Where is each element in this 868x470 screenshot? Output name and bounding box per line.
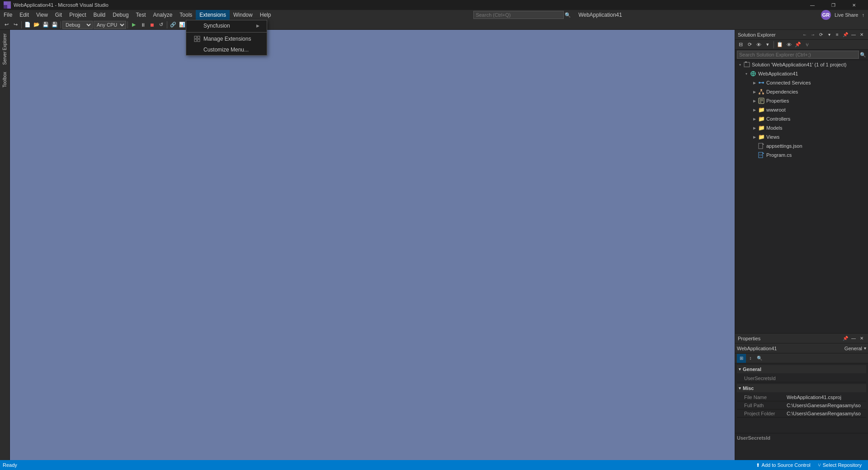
feedback-icon[interactable]: ↑ — [862, 12, 864, 18]
tree-item-solution[interactable]: ▾ Solution 'WebApplication41' (1 of 1 pr… — [735, 60, 868, 69]
menu-item-debug[interactable]: Debug — [109, 10, 132, 20]
properties-panel: Properties 📌 — ✕ WebApplication41 Genera… — [735, 334, 868, 460]
editor-area[interactable] — [10, 30, 735, 460]
save-all-button[interactable]: 💾 — [50, 20, 59, 29]
props-close-icon[interactable]: ✕ — [858, 335, 865, 342]
props-general-label: General — [743, 367, 761, 372]
properties-footer: UserSecretsId — [735, 433, 868, 460]
server-explorer-tab[interactable]: Server Explorer — [1, 30, 8, 68]
se-filter-btn[interactable]: ▾ — [763, 40, 772, 49]
tree-item-properties[interactable]: ▶ Properties — [735, 96, 868, 105]
svg-rect-0 — [4, 1, 7, 5]
select-repository-btn[interactable]: ⑂ Select Repository — [815, 460, 864, 470]
platform-select[interactable]: Any CPU — [94, 21, 126, 29]
menu-item-view[interactable]: View — [33, 10, 52, 20]
se-min-icon[interactable]: — — [850, 31, 857, 38]
props-key-filename: File Name — [737, 395, 787, 400]
menu-item-extensions[interactable]: Extensions — [196, 10, 230, 20]
se-forward-icon[interactable]: → — [809, 31, 816, 38]
props-row-filename[interactable]: File Name WebApplication41.csproj — [737, 393, 866, 401]
undo-button[interactable]: ↩ — [2, 20, 11, 29]
menu-search-input[interactable] — [473, 11, 564, 19]
toolbox-tab[interactable]: Toolbox — [1, 68, 8, 91]
menu-syncfusion[interactable]: Syncfusion ▶ — [186, 20, 267, 31]
new-file-button[interactable]: 📄 — [23, 20, 32, 29]
menu-item-git[interactable]: Git — [52, 10, 66, 20]
menu-customize-menu[interactable]: Customize Menu... — [186, 44, 267, 55]
save-button[interactable]: 💾 — [41, 20, 50, 29]
menu-manage-extensions[interactable]: Manage Extensions — [186, 33, 267, 44]
se-pendingchg-btn[interactable]: 📌 — [793, 40, 802, 49]
tree-item-project[interactable]: ▾ WebApplication41 — [735, 69, 868, 78]
props-general-header: ▾ General — [737, 365, 866, 373]
se-showall-btn[interactable]: 👁 — [754, 40, 763, 49]
se-search-input[interactable] — [737, 51, 859, 59]
props-pin-icon[interactable]: 📌 — [842, 335, 849, 342]
main-toolbar: ↩ ↪ 📄 📂 💾 💾 Debug Release Any CPU ▶ ⏸ ⏹ … — [0, 20, 868, 30]
tree-item-models[interactable]: ▶ 📁 Models — [735, 123, 868, 132]
views-icon: 📁 — [758, 133, 765, 141]
se-collapse-btn[interactable]: ⊟ — [736, 40, 745, 49]
menu-item-file[interactable]: File — [0, 10, 16, 20]
restart-button[interactable]: ↺ — [156, 20, 165, 29]
se-close-icon[interactable]: ✕ — [858, 31, 865, 38]
props-search-btn[interactable]: 🔍 — [755, 354, 764, 363]
properties-panel-header: Properties 📌 — ✕ — [735, 334, 868, 343]
close-button[interactable]: ✕ — [844, 0, 864, 10]
solution-arrow: ▾ — [737, 63, 743, 67]
profile-icon[interactable]: GR — [821, 10, 831, 20]
props-min-icon[interactable]: — — [850, 335, 857, 342]
maximize-button[interactable]: ❐ — [823, 0, 844, 10]
props-row-usersecretsid[interactable]: UserSecretsId — [737, 374, 866, 382]
menu-item-build[interactable]: Build — [90, 10, 109, 20]
tree-item-views[interactable]: ▶ 📁 Views — [735, 132, 868, 141]
props-cat-btn[interactable]: ⊞ — [737, 354, 746, 363]
menu-item-test[interactable]: Test — [132, 10, 150, 20]
svg-rect-3 — [4, 5, 7, 9]
svg-rect-30 — [198, 39, 200, 42]
solution-icon — [743, 61, 750, 68]
se-pin-icon[interactable]: 📌 — [842, 31, 849, 38]
menu-item-window[interactable]: Window — [230, 10, 256, 20]
menu-item-edit[interactable]: Edit — [16, 10, 33, 20]
tree-item-appsettings[interactable]: ▶ appsettings.json — [735, 141, 868, 150]
stop-button[interactable]: ⏹ — [147, 20, 156, 29]
attach-button[interactable]: 🔗 — [169, 20, 178, 29]
live-share-button[interactable]: Live Share — [835, 12, 859, 18]
tree-item-connected-services[interactable]: ▶ Connected Services — [735, 78, 868, 87]
perf-button[interactable]: 📊 — [178, 20, 187, 29]
props-dropdown-icon[interactable]: ▾ — [864, 346, 866, 351]
menu-item-analyze[interactable]: Analyze — [150, 10, 176, 20]
se-refresh-btn[interactable]: ⟳ — [745, 40, 754, 49]
se-back-icon[interactable]: ← — [801, 31, 808, 38]
pause-button[interactable]: ⏸ — [138, 20, 147, 29]
tree-item-dependencies[interactable]: ▶ Dependencies — [735, 87, 868, 96]
se-git-btn[interactable]: ⑂ — [802, 40, 811, 49]
open-button[interactable]: 📂 — [32, 20, 41, 29]
props-row-projectfolder[interactable]: Project Folder C:\Users\GanesanRengasamy… — [737, 409, 866, 418]
add-source-control-btn[interactable]: ⬆ Add to Source Control — [753, 460, 813, 470]
run-button[interactable]: ▶ — [129, 20, 138, 29]
views-label: Views — [766, 134, 779, 140]
views-arrow: ▶ — [751, 135, 758, 139]
se-preview-btn[interactable]: 👁 — [784, 40, 793, 49]
se-settings-icon[interactable]: ▾ — [826, 31, 833, 38]
menu-item-help[interactable]: Help — [256, 10, 275, 20]
menu-item-project[interactable]: Project — [66, 10, 90, 20]
minimize-button[interactable]: — — [802, 0, 823, 10]
se-props-btn[interactable]: 📋 — [775, 40, 784, 49]
props-row-fullpath[interactable]: Full Path C:\Users\GanesanRengasamy\so — [737, 401, 866, 409]
debug-mode-select[interactable]: Debug Release — [62, 21, 93, 29]
solution-explorer: Solution Explorer ← → ⟳ ▾ ≡ 📌 — ✕ ⊟ ⟳ 👁 … — [735, 30, 868, 334]
props-alpha-btn[interactable]: ↕ — [746, 354, 755, 363]
se-tree-view[interactable]: ▾ Solution 'WebApplication41' (1 of 1 pr… — [735, 60, 868, 333]
tree-item-controllers[interactable]: ▶ 📁 Controllers — [735, 114, 868, 123]
tree-item-wwwroot[interactable]: ▶ 📁 wwwroot — [735, 105, 868, 114]
project-title: WebApplication41 — [578, 12, 622, 18]
redo-button[interactable]: ↪ — [11, 20, 20, 29]
extensions-dropdown: Syncfusion ▶ Manage Extensions Customize… — [186, 20, 267, 56]
se-toolbar-icon[interactable]: ≡ — [834, 31, 841, 38]
menu-item-tools[interactable]: Tools — [176, 10, 196, 20]
se-sync-icon[interactable]: ⟳ — [817, 31, 825, 38]
tree-item-programcs[interactable]: ▶ C# Program.cs — [735, 150, 868, 160]
